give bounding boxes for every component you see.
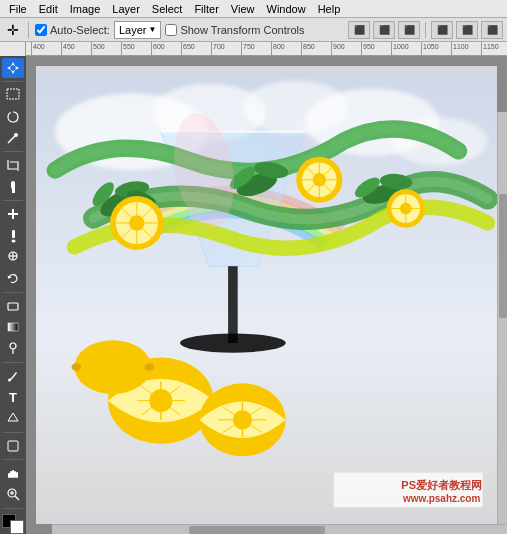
auto-select-area: Auto-Select: <box>35 24 110 36</box>
ruler-mark: 700 <box>211 42 225 55</box>
ruler-mark: 1150 <box>481 42 499 55</box>
ruler-mark: 750 <box>241 42 255 55</box>
watermark-line2: www.psahz.com <box>401 493 482 504</box>
menu-select[interactable]: Select <box>147 2 188 16</box>
eraser-tool[interactable] <box>2 295 24 315</box>
auto-select-checkbox[interactable] <box>35 24 47 36</box>
menu-help[interactable]: Help <box>313 2 346 16</box>
separator-1 <box>28 22 29 38</box>
ruler-mark: 550 <box>121 42 135 55</box>
svg-rect-7 <box>8 213 18 215</box>
move-tool[interactable] <box>2 58 24 78</box>
ruler-mark: 450 <box>61 42 75 55</box>
menu-filter[interactable]: Filter <box>189 2 223 16</box>
watermark: PS爱好者教程网 www.psahz.com <box>401 478 482 504</box>
svg-point-34 <box>242 81 348 135</box>
menu-image[interactable]: Image <box>65 2 106 16</box>
separator-2 <box>425 22 426 38</box>
svg-rect-23 <box>8 473 10 478</box>
vertical-scrollbar[interactable] <box>497 112 507 524</box>
watermark-line1: PS爱好者教程网 <box>401 478 482 493</box>
menu-view[interactable]: View <box>226 2 260 16</box>
type-tool[interactable]: T <box>2 387 24 407</box>
pen-tool[interactable] <box>2 365 24 385</box>
svg-point-9 <box>12 239 16 242</box>
svg-line-26 <box>15 496 19 500</box>
hand-tool[interactable] <box>2 463 24 483</box>
marquee-tool[interactable] <box>2 85 24 105</box>
transform-area: Show Transform Controls <box>165 24 304 36</box>
ruler-mark: 950 <box>361 42 375 55</box>
move-tool-icon[interactable]: ✛ <box>4 21 22 39</box>
svg-point-79 <box>74 340 151 394</box>
menu-bar: File Edit Image Layer Select Filter View… <box>0 0 507 18</box>
svg-marker-18 <box>8 413 18 421</box>
right-icons: ⬛ ⬛ ⬛ ⬛ ⬛ ⬛ <box>348 21 503 39</box>
tool-separator <box>3 292 23 293</box>
shape-tool[interactable] <box>2 436 24 456</box>
layer-dropdown-value: Layer <box>119 24 147 36</box>
dodge-tool[interactable] <box>2 338 24 358</box>
eyedropper-tool[interactable] <box>2 177 24 197</box>
svg-rect-22 <box>14 471 16 478</box>
ruler-mark: 650 <box>181 42 195 55</box>
ruler-mark: 1000 <box>391 42 409 55</box>
align-center-icon[interactable]: ⬛ <box>373 21 395 39</box>
svg-rect-19 <box>8 441 18 451</box>
ruler-mark: 850 <box>301 42 315 55</box>
align-right-icon[interactable]: ⬛ <box>398 21 420 39</box>
transform-checkbox[interactable] <box>165 24 177 36</box>
zoom-tool[interactable] <box>2 484 24 504</box>
distribute2-icon[interactable]: ⬛ <box>456 21 478 39</box>
brush-tool[interactable] <box>2 225 24 245</box>
toolbar: T <box>0 56 26 534</box>
lasso-tool[interactable] <box>2 107 24 127</box>
distribute3-icon[interactable]: ⬛ <box>481 21 503 39</box>
ruler-mark: 1050 <box>421 42 439 55</box>
svg-point-37 <box>180 333 286 352</box>
heal-tool[interactable] <box>2 204 24 224</box>
ruler-mark: 600 <box>151 42 165 55</box>
svg-point-15 <box>10 343 16 349</box>
svg-point-3 <box>14 133 18 137</box>
horizontal-ruler: 400 450 500 550 600 650 700 750 800 850 … <box>26 42 507 56</box>
svg-rect-36 <box>228 266 238 343</box>
transform-label: Show Transform Controls <box>180 24 304 36</box>
svg-rect-24 <box>16 472 18 478</box>
tool-separator <box>3 508 23 509</box>
menu-edit[interactable]: Edit <box>34 2 63 16</box>
svg-rect-1 <box>7 89 19 99</box>
magic-wand-tool[interactable] <box>2 128 24 148</box>
horizontal-scroll-thumb[interactable] <box>189 526 326 534</box>
svg-rect-5 <box>11 181 15 189</box>
crop-tool[interactable] <box>2 155 24 175</box>
menu-layer[interactable]: Layer <box>107 2 145 16</box>
tool-separator <box>3 432 23 433</box>
menu-file[interactable]: File <box>4 2 32 16</box>
ruler-mark: 500 <box>91 42 105 55</box>
vertical-scroll-thumb[interactable] <box>499 194 507 318</box>
distribute-icon[interactable]: ⬛ <box>431 21 453 39</box>
svg-rect-20 <box>10 471 12 478</box>
tool-separator <box>3 459 23 460</box>
svg-rect-13 <box>8 303 18 310</box>
svg-point-81 <box>72 363 82 371</box>
clone-tool[interactable] <box>2 247 24 267</box>
path-selection-tool[interactable] <box>2 408 24 428</box>
ruler-mark: 400 <box>31 42 45 55</box>
align-left-icon[interactable]: ⬛ <box>348 21 370 39</box>
svg-point-80 <box>145 363 155 371</box>
ruler-mark: 1100 <box>451 42 469 55</box>
gradient-tool[interactable] <box>2 317 24 337</box>
svg-point-17 <box>8 378 11 381</box>
history-tool[interactable] <box>2 268 24 288</box>
ruler-mark: 800 <box>271 42 285 55</box>
tool-separator <box>3 362 23 363</box>
horizontal-scrollbar[interactable] <box>52 524 507 534</box>
auto-select-label: Auto-Select: <box>50 24 110 36</box>
menu-window[interactable]: Window <box>262 2 311 16</box>
layer-dropdown[interactable]: Layer ▼ <box>114 21 161 39</box>
tool-separator <box>3 151 23 152</box>
color-boxes[interactable] <box>2 514 24 534</box>
svg-marker-0 <box>7 62 19 74</box>
